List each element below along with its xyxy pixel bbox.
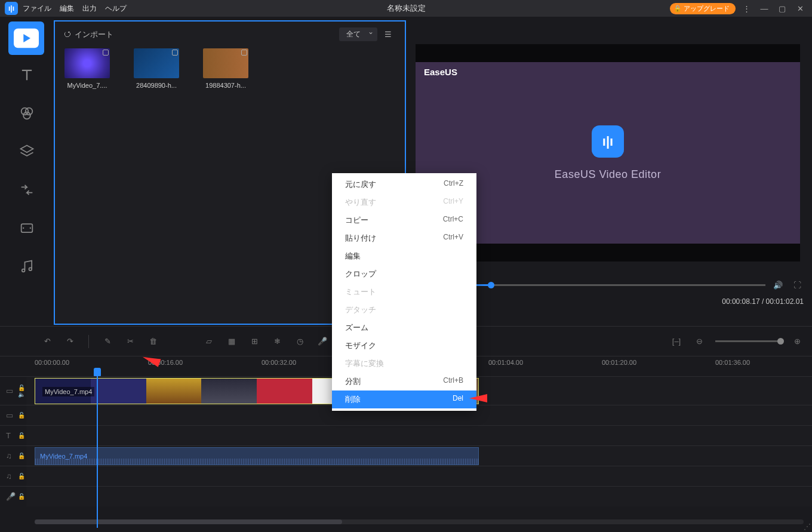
maximize-button[interactable]: ▢: [775, 2, 789, 14]
media-item-name: MyVideo_7....: [61, 82, 113, 89]
svg-point-5: [23, 227, 24, 229]
delete-trash-icon[interactable]: 🗑: [146, 335, 159, 348]
track-head-audio2[interactable]: ♫🔓: [0, 466, 26, 486]
track-head-voice[interactable]: 🎤🔓: [0, 487, 26, 506]
preview-center-text: EaseUS Video Editor: [555, 168, 661, 181]
menu-file[interactable]: ファイル: [23, 4, 51, 14]
split-scissors-icon[interactable]: ✂: [124, 335, 137, 348]
minimize-button[interactable]: —: [757, 2, 771, 14]
menu-edit[interactable]: 編集: [60, 4, 74, 14]
lock-icon[interactable]: 🔓: [18, 473, 25, 479]
context-menu-item[interactable]: 削除Del: [332, 390, 476, 408]
context-menu-label: ズーム: [345, 322, 368, 333]
lock-icon[interactable]: 🔓🔈: [18, 385, 25, 398]
context-menu-label: 字幕に変換: [345, 358, 384, 369]
overlays-tab[interactable]: [19, 143, 35, 160]
context-menu-label: デタッチ: [345, 305, 376, 315]
track-head-video[interactable]: ▭ 🔓🔈: [0, 377, 26, 405]
context-menu-item: ミュート: [332, 283, 476, 301]
overlay-track-icon: ▭: [6, 411, 13, 420]
context-menu-shortcut: Ctrl+C: [443, 215, 463, 226]
ruler-tick: 00:01:04.00: [488, 359, 523, 366]
import-icon: ⭯: [63, 29, 71, 40]
redo-button[interactable]: ↷: [63, 335, 76, 348]
media-item[interactable]: MyVideo_7....: [61, 48, 113, 89]
used-marker-icon: [103, 50, 109, 56]
lock-icon[interactable]: 🔓: [18, 432, 25, 439]
context-menu-item[interactable]: ズーム: [332, 319, 476, 337]
context-menu-label: 削除: [345, 394, 361, 405]
import-button[interactable]: ⭯ インポート: [63, 29, 113, 40]
more-icon[interactable]: ⋮: [739, 2, 753, 14]
svg-point-2: [26, 108, 33, 115]
track-head-overlay[interactable]: ▭🔓: [0, 405, 26, 425]
track-head-audio[interactable]: ♫🔓: [0, 446, 26, 466]
watermark: EaseUS: [424, 67, 457, 77]
mic-icon[interactable]: 🎤: [316, 335, 329, 348]
context-menu-item[interactable]: 編集: [332, 247, 476, 265]
media-item[interactable]: 28409890-h...: [130, 48, 183, 89]
freeze-icon[interactable]: ❄: [270, 335, 284, 348]
context-menu-label: コピー: [345, 215, 368, 226]
context-menu-item[interactable]: 分割Ctrl+B: [332, 373, 476, 390]
context-menu-item[interactable]: モザイク: [332, 337, 476, 355]
video-track-icon: ▭: [6, 386, 13, 395]
track-head-text[interactable]: T🔓: [0, 426, 26, 445]
wm-suffix: US: [445, 67, 457, 77]
annotation-arrow-icon: [469, 394, 487, 402]
context-menu-item: やり直すCtrl+Y: [332, 193, 476, 211]
audio-track-icon: ♫: [6, 451, 12, 460]
crop-icon[interactable]: ▱: [202, 335, 216, 348]
context-menu-item[interactable]: 元に戻すCtrl+Z: [332, 176, 476, 193]
context-menu-item[interactable]: クロップ: [332, 265, 476, 283]
media-filter-dropdown[interactable]: 全て: [339, 27, 377, 41]
fullscreen-icon[interactable]: ⛶: [791, 278, 804, 291]
context-menu-shortcut: Ctrl+Z: [444, 179, 463, 190]
window-title: 名称未設定: [387, 3, 426, 14]
left-sidebar: [0, 17, 54, 326]
context-menu-item[interactable]: コピーCtrl+C: [332, 211, 476, 229]
fit-icon[interactable]: [–]: [670, 335, 683, 348]
context-menu-item[interactable]: 貼り付けCtrl+V: [332, 229, 476, 247]
ruler-tick: 00:01:36.00: [715, 359, 750, 366]
media-tab[interactable]: [8, 21, 44, 55]
elements-tab[interactable]: [19, 220, 35, 236]
seek-slider[interactable]: [435, 284, 765, 286]
close-button[interactable]: ✕: [793, 2, 807, 14]
context-menu-label: 編集: [345, 251, 361, 262]
text-tab[interactable]: [19, 67, 35, 84]
context-menu-label: クロップ: [345, 269, 376, 279]
context-menu: 元に戻すCtrl+Zやり直すCtrl+YコピーCtrl+C貼り付けCtrl+V編…: [332, 173, 476, 411]
ruler-tick: 00:00:00.00: [35, 359, 69, 366]
main-menu: ファイル 編集 出力 ヘルプ: [23, 4, 127, 14]
resize-grip-icon[interactable]: ⋰: [804, 522, 811, 531]
lock-icon[interactable]: 🔓: [18, 493, 25, 500]
edit-pencil-icon[interactable]: ✎: [101, 335, 114, 348]
upgrade-button[interactable]: 🔒 アップグレード: [670, 3, 736, 14]
audio-clip[interactable]: MyVideo_7.mp4: [35, 447, 479, 465]
media-item[interactable]: 19884307-h...: [199, 48, 252, 89]
zoom-slider[interactable]: [715, 340, 781, 342]
list-view-icon[interactable]: ☰: [385, 30, 396, 39]
transitions-tab[interactable]: [19, 182, 35, 198]
playhead[interactable]: [97, 376, 98, 528]
speed-icon[interactable]: ◷: [293, 335, 306, 348]
grid-icon[interactable]: ⊞: [248, 335, 261, 348]
mosaic-icon[interactable]: ▦: [225, 335, 238, 348]
volume-icon[interactable]: 🔊: [771, 278, 785, 291]
zoom-out-button[interactable]: ⊖: [693, 335, 706, 348]
svg-point-6: [30, 227, 31, 229]
filters-tab[interactable]: [19, 105, 35, 122]
menu-output[interactable]: 出力: [82, 4, 97, 14]
used-marker-icon: [172, 50, 178, 56]
lock-icon[interactable]: 🔓: [18, 453, 25, 459]
media-filter-value: 全て: [346, 30, 361, 38]
zoom-in-button[interactable]: ⊕: [791, 335, 804, 348]
undo-button[interactable]: ↶: [41, 335, 54, 348]
timeline-scrollbar[interactable]: [35, 519, 804, 524]
context-menu-label: やり直す: [345, 197, 376, 208]
menu-help[interactable]: ヘルプ: [105, 4, 127, 14]
lock-icon[interactable]: 🔓: [18, 412, 25, 419]
music-tab[interactable]: [19, 258, 35, 275]
context-menu-label: 分割: [345, 376, 361, 387]
